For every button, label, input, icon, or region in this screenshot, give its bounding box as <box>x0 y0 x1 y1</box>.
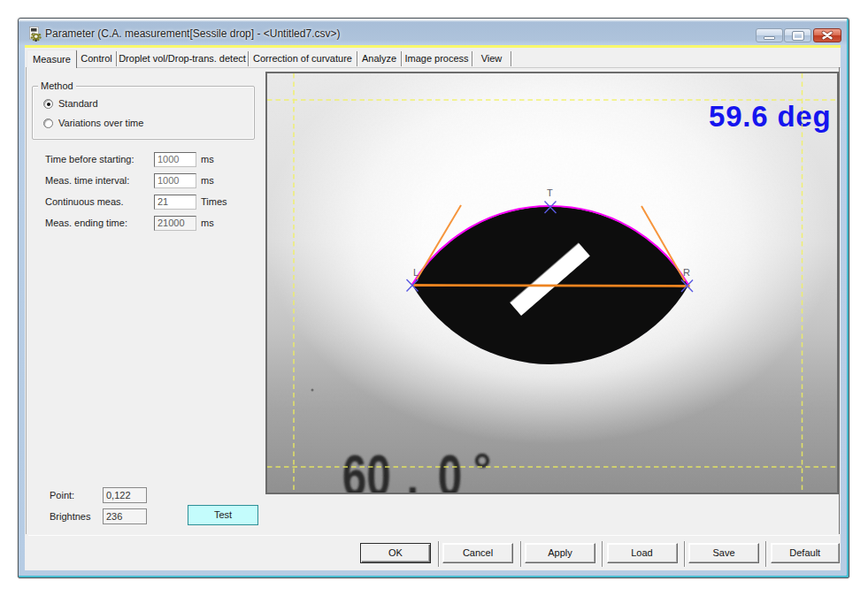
svg-text:60: 60 <box>342 443 391 493</box>
svg-text:0: 0 <box>438 443 463 493</box>
svg-text:L: L <box>413 267 419 278</box>
svg-text:R: R <box>683 267 690 278</box>
svg-text:T: T <box>547 187 553 198</box>
svg-text:.: . <box>407 443 419 493</box>
svg-text:59.6 deg: 59.6 deg <box>709 100 831 133</box>
